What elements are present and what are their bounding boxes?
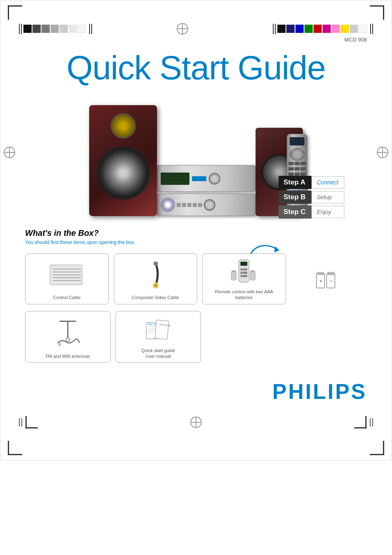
unit-buttons — [177, 203, 202, 207]
item-composite-cable: Composite Video Cable — [114, 253, 198, 304]
svg-point-19 — [240, 275, 243, 277]
svg-rect-24 — [250, 271, 255, 280]
whats-in-box-section: What's in the Box? You should find these… — [0, 216, 392, 371]
sw-magenta — [323, 25, 331, 33]
unit-top — [157, 165, 256, 192]
step-b: Step B Setup — [279, 191, 344, 204]
corner-mark-bottom-right — [354, 416, 367, 428]
svg-rect-25 — [251, 270, 254, 272]
unit-display — [161, 173, 189, 185]
section-subtitle: You should find these items upon opening… — [25, 240, 367, 245]
item-remote: Remote control with two AAA batteries — [202, 253, 286, 304]
model-number: MCD 908 — [0, 35, 392, 43]
registration-mark-bottom — [190, 417, 202, 428]
items-row-2: FM and MW antennas Quick Start Guide 1 — [25, 311, 367, 363]
sw-black — [277, 25, 286, 33]
step-c: Step C Enjoy — [279, 205, 344, 219]
philips-logo-section: PHILIPS — [0, 379, 392, 416]
registration-mark-left — [4, 147, 15, 158]
sw-blue — [295, 25, 304, 33]
empty-slot-2 — [289, 311, 367, 363]
svg-point-18 — [245, 272, 247, 274]
control-cable-svg — [49, 263, 84, 288]
product-image: PHILIPS Step A Connect Step B Setup Step… — [23, 89, 369, 216]
registration-mark-top — [177, 23, 188, 35]
registration-mark-right — [377, 147, 388, 158]
svg-point-35 — [66, 338, 70, 342]
svg-point-16 — [240, 272, 243, 274]
bottom-left-brackets — [19, 418, 22, 426]
step-b-label: Step B — [279, 191, 311, 204]
antenna-icon — [55, 316, 80, 350]
control-cable-label: Control Cable — [53, 295, 81, 300]
top-corners — [0, 0, 392, 20]
composite-cable-icon — [144, 259, 167, 291]
svg-point-13 — [240, 268, 243, 271]
swatch-black — [23, 25, 32, 33]
manual-svg: Quick Start Guide 1 User Manual 2 — [144, 316, 172, 344]
swatch-dark — [32, 25, 41, 33]
swatch-white — [78, 25, 86, 33]
color-swatches — [277, 25, 367, 33]
unit-volume-knob — [204, 199, 215, 211]
control-cable-icon — [49, 259, 84, 291]
steps-section: Step A Connect Step B Setup Step C Enjoy — [279, 176, 344, 220]
step-a: Step A Connect — [279, 176, 344, 189]
remote-label: Remote control with two AAA batteries — [206, 289, 282, 301]
grayscale-swatches — [23, 25, 86, 33]
items-row-1: Control Cable Composite Vi — [25, 253, 367, 304]
manual-icon: Quick Start Guide 1 User Manual 2 — [144, 316, 172, 344]
arrow-decoration — [249, 242, 281, 260]
unit-knob — [209, 173, 220, 184]
corner-mark-bottom-left — [25, 416, 38, 428]
philips-logo-text: PHILIPS — [272, 380, 367, 403]
corner-mark-bl — [8, 441, 22, 455]
section-title: What's in the Box? — [25, 228, 367, 238]
swatch-lighter — [60, 25, 68, 33]
page-container: MCD 908 Quick Start Guide — [0, 0, 392, 461]
step-c-action: Enjoy — [311, 206, 344, 218]
remote-svg — [231, 259, 257, 286]
color-bar-section — [0, 23, 392, 35]
item-manual: Quick Start Guide 1 User Manual 2 Quick … — [115, 311, 201, 363]
batteries-placeholder — [291, 253, 367, 304]
manual-label: Quick start guide User manual — [141, 348, 175, 359]
speaker-left — [89, 105, 157, 216]
bottom-right — [354, 416, 373, 428]
svg-point-36 — [58, 343, 61, 346]
svg-point-9 — [154, 284, 157, 287]
svg-point-21 — [245, 275, 247, 277]
unit-bottom — [157, 193, 256, 216]
empty-slot-1 — [206, 311, 284, 363]
swatch-light — [51, 25, 59, 33]
batteries-svg — [312, 265, 345, 292]
product-section: PHILIPS Step A Connect Step B Setup Step… — [0, 89, 392, 216]
page-title: Quick Start Guide — [0, 51, 392, 85]
swatch-lightest — [69, 25, 77, 33]
svg-rect-22 — [231, 271, 236, 280]
bottom-bar — [0, 416, 392, 433]
step-a-action: Connect — [311, 176, 344, 189]
svg-rect-23 — [232, 270, 235, 272]
svg-marker-10 — [274, 246, 279, 252]
corner-mark-top-left — [8, 5, 22, 20]
svg-rect-7 — [154, 262, 158, 265]
bottom-left — [19, 416, 38, 428]
bottom-corners — [0, 441, 392, 460]
sw-lightgray — [350, 25, 358, 33]
step-b-action: Setup — [311, 191, 344, 203]
center-unit — [157, 165, 256, 216]
sw-pink — [332, 25, 340, 33]
unit-disc — [161, 198, 175, 212]
remote-icon — [231, 259, 257, 286]
arrow-svg — [249, 242, 281, 258]
step-c-label: Step C — [279, 205, 311, 219]
sw-green — [304, 25, 313, 33]
sw-darkblue — [286, 25, 295, 33]
composite-cable-label: Composite Video Cable — [132, 295, 179, 300]
composite-cable-svg — [144, 262, 167, 288]
corner-mark-br — [370, 441, 384, 455]
step-a-label: Step A — [279, 176, 311, 189]
sw-white — [359, 25, 367, 33]
bottom-right-brackets — [370, 418, 373, 426]
